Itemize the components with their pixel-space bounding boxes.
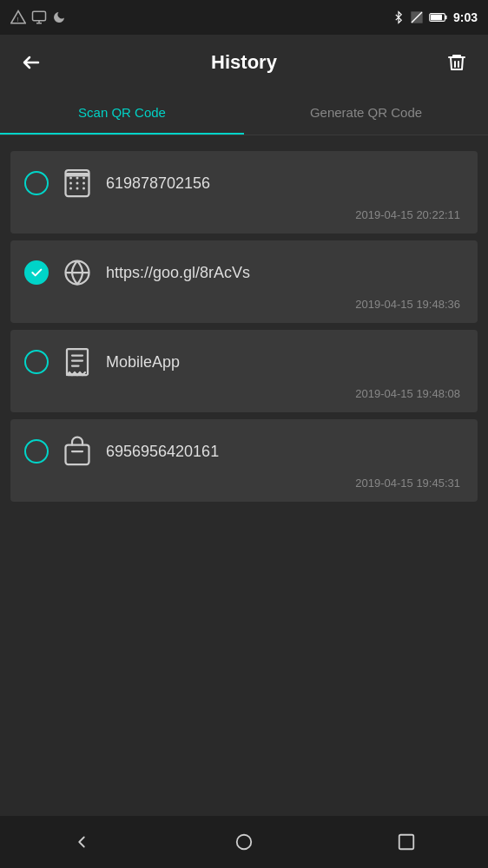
- back-button[interactable]: [14, 45, 49, 80]
- select-circle-2[interactable]: [24, 260, 49, 285]
- status-time: 9:03: [453, 10, 478, 24]
- svg-point-13: [69, 187, 72, 190]
- recent-nav-button[interactable]: [385, 820, 428, 864]
- tab-generate-qr[interactable]: Generate QR Code: [244, 90, 488, 135]
- svg-text:!: !: [16, 16, 18, 23]
- list-item[interactable]: 619878702156 2019-04-15 20:22:11: [10, 151, 478, 233]
- warning-icon: !: [10, 10, 26, 25]
- svg-point-7: [69, 177, 72, 180]
- svg-point-8: [76, 177, 79, 180]
- status-icons-right: 9:03: [392, 10, 478, 25]
- svg-rect-19: [66, 445, 89, 465]
- svg-rect-18: [67, 349, 88, 375]
- svg-point-20: [237, 835, 252, 850]
- svg-point-9: [82, 177, 85, 180]
- item-date-4: 2019-04-15 19:45:31: [24, 477, 464, 490]
- svg-point-12: [82, 182, 85, 185]
- list-item[interactable]: 6956956420161 2019-04-15 19:45:31: [10, 419, 478, 502]
- item-date-1: 2019-04-15 20:22:11: [24, 208, 464, 221]
- delete-button[interactable]: [439, 45, 474, 80]
- bluetooth-icon: [392, 10, 405, 25]
- item-value-2: https://goo.gl/8rAcVs: [106, 264, 464, 282]
- list-item-row: https://goo.gl/8rAcVs: [24, 256, 464, 289]
- item-date-2: 2019-04-15 19:48:36: [24, 298, 464, 311]
- status-bar: ! 9:03: [0, 0, 488, 35]
- status-icons-left: !: [10, 10, 66, 25]
- home-nav-button[interactable]: [222, 820, 266, 864]
- list-item[interactable]: https://goo.gl/8rAcVs 2019-04-15 19:48:3…: [10, 240, 478, 323]
- svg-point-10: [69, 182, 72, 185]
- svg-point-15: [82, 187, 85, 190]
- svg-rect-4: [445, 16, 446, 19]
- svg-point-11: [76, 182, 79, 185]
- item-value-4: 6956956420161: [106, 443, 464, 461]
- phone-icon: [61, 167, 94, 200]
- toolbar: History: [0, 35, 488, 90]
- select-circle-3[interactable]: [24, 350, 49, 374]
- receipt-icon: [61, 345, 94, 378]
- svg-rect-21: [399, 835, 414, 850]
- battery-icon: [429, 11, 448, 23]
- svg-rect-16: [66, 173, 89, 177]
- bottom-nav: [0, 816, 488, 868]
- svg-rect-5: [431, 15, 442, 21]
- list-item-row: 619878702156: [24, 167, 464, 200]
- globe-icon: [61, 256, 94, 289]
- item-value-3: MobileApp: [106, 353, 464, 372]
- select-circle-4[interactable]: [24, 439, 49, 464]
- svg-point-14: [76, 187, 79, 190]
- item-date-3: 2019-04-15 19:48:08: [24, 387, 464, 400]
- moon-icon: [52, 10, 66, 24]
- tabs: Scan QR Code Generate QR Code: [0, 90, 488, 135]
- item-value-1: 619878702156: [106, 174, 464, 193]
- select-circle-1[interactable]: [24, 171, 49, 195]
- tab-scan-qr[interactable]: Scan QR Code: [0, 90, 244, 135]
- list-item-row: MobileApp: [24, 345, 464, 378]
- bag-icon: [61, 435, 94, 468]
- page-title: History: [211, 51, 277, 74]
- history-list: 619878702156 2019-04-15 20:22:11 https:/…: [0, 135, 488, 517]
- list-item-row: 6956956420161: [24, 435, 464, 468]
- back-nav-button[interactable]: [60, 820, 103, 864]
- svg-rect-1: [33, 11, 46, 21]
- signal-icon: [410, 10, 424, 24]
- screen-icon: [31, 10, 47, 25]
- list-item[interactable]: MobileApp 2019-04-15 19:48:08: [10, 330, 478, 412]
